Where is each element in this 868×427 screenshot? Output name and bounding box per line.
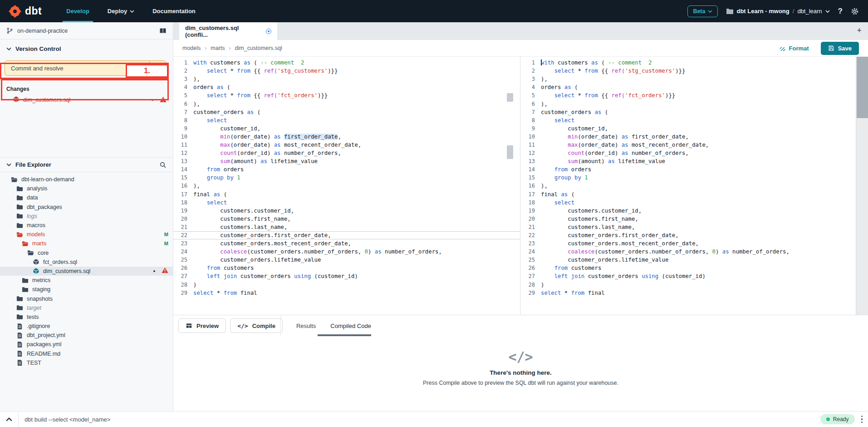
tree-item-metrics[interactable]: metrics xyxy=(0,276,173,285)
chevron-up-icon[interactable] xyxy=(6,417,12,422)
code-line[interactable]: 29select * from final xyxy=(173,289,520,297)
docs-book-icon[interactable] xyxy=(159,28,167,34)
code-line[interactable]: 23 customer_orders.most_recent_order_dat… xyxy=(521,239,856,248)
help-button[interactable]: ? xyxy=(838,7,843,16)
code-line[interactable]: 14 from orders xyxy=(173,165,520,174)
compile-button[interactable]: </> Compile xyxy=(230,318,283,333)
code-line[interactable]: 9 customer_id, xyxy=(521,124,856,133)
code-line[interactable]: 22 customer_orders.first_order_date, xyxy=(173,231,520,239)
tree-item-fct-orders-sql[interactable]: fct_orders.sql xyxy=(0,258,173,267)
right-pane-scrollbar[interactable] xyxy=(856,57,868,316)
code-line[interactable]: 17final as ( xyxy=(521,190,856,199)
file-explorer-header[interactable]: File Explorer xyxy=(0,157,173,172)
tree-item-models[interactable]: models M xyxy=(0,230,173,239)
code-line[interactable]: 26 from customers xyxy=(173,264,520,272)
code-line[interactable]: 10 min(order_date) as first_order_date, xyxy=(521,133,856,141)
code-line[interactable]: 7customer_orders as ( xyxy=(521,108,856,116)
code-line[interactable]: 26 from customers xyxy=(521,264,856,272)
code-line[interactable]: 28) xyxy=(521,281,856,289)
preview-button[interactable]: Preview xyxy=(178,318,226,333)
code-line[interactable]: 21 customers.last_name, xyxy=(521,223,856,231)
editor-pane-left[interactable]: 1with customers as ( -- comment 22 selec… xyxy=(173,57,520,316)
tree-item-logs[interactable]: logs xyxy=(0,212,173,221)
code-line[interactable]: 1with customers as ( -- comment 2 xyxy=(173,59,520,67)
code-line[interactable]: 11 max(order_date) as most_recent_order_… xyxy=(521,141,856,149)
tree-item-packages-yml[interactable]: packages.yml xyxy=(0,340,173,349)
format-button[interactable]: Format xyxy=(779,45,809,52)
code-line[interactable]: 19 customers.customer_id, xyxy=(173,207,520,215)
more-options-button[interactable] xyxy=(861,416,863,423)
code-line[interactable]: 6), xyxy=(521,99,856,108)
branch-row[interactable]: on-demand-practice xyxy=(0,22,173,40)
tree-item-test[interactable]: TEST xyxy=(0,358,173,367)
command-input[interactable]: dbt build --select <model_name> xyxy=(25,416,820,423)
code-line[interactable]: 13 sum(amount) as lifetime_value xyxy=(173,157,520,165)
nav-item-develop[interactable]: Develop xyxy=(57,0,98,22)
tree-item-readme-md[interactable]: README.md xyxy=(0,349,173,358)
tree-item-target[interactable]: target xyxy=(0,303,173,313)
tree-item-analysis[interactable]: analysis xyxy=(0,184,173,193)
project-selector[interactable]: dbt Learn - mwong / dbt_learn xyxy=(726,8,829,15)
code-line[interactable]: 15 group by 1 xyxy=(173,174,520,182)
commit-dropdown-caret[interactable] xyxy=(149,61,166,75)
code-line[interactable]: 20 customers.first_name, xyxy=(173,215,520,223)
code-line[interactable]: 29select * from final xyxy=(521,289,856,297)
code-line[interactable]: 25 customer_orders.lifetime_value xyxy=(521,256,856,264)
code-line[interactable]: 5 select * from {{ ref('fct_orders')}} xyxy=(521,91,856,99)
code-line[interactable]: 1with customers as ( -- comment 2 xyxy=(521,59,856,67)
nav-item-deploy[interactable]: Deploy xyxy=(98,0,143,22)
code-line[interactable]: 8 select xyxy=(521,116,856,124)
code-line[interactable]: 2 select * from {{ ref('stg_customers')}… xyxy=(521,67,856,75)
code-line[interactable]: 18 select xyxy=(521,199,856,207)
code-line[interactable]: 16), xyxy=(173,182,520,190)
code-line[interactable]: 14 from orders xyxy=(521,165,856,174)
gear-icon[interactable] xyxy=(851,7,859,15)
code-line[interactable]: 19 customers.customer_id, xyxy=(521,207,856,215)
code-line[interactable]: 7customer_orders as ( xyxy=(173,108,520,116)
tree-item-snapshots[interactable]: snapshots xyxy=(0,294,173,303)
tab-results[interactable]: Results xyxy=(296,321,316,331)
code-line[interactable]: 22 customer_orders.first_order_date, xyxy=(521,231,856,239)
tree-item-dbt-packages[interactable]: dbt_packages xyxy=(0,203,173,212)
changed-file-row[interactable]: dim_customers.sql xyxy=(0,95,173,105)
code-line[interactable]: 3), xyxy=(173,75,520,83)
left-pane-scrollbar-thumb[interactable] xyxy=(507,93,513,102)
nav-item-documentation[interactable]: Documentation xyxy=(143,0,205,22)
code-line[interactable]: 24 coalesce(customer_orders.number_of_or… xyxy=(173,248,520,256)
tree-item-marts[interactable]: marts M xyxy=(0,239,173,248)
code-line[interactable]: 16), xyxy=(521,182,856,190)
search-icon[interactable] xyxy=(159,161,167,169)
tree-item-tests[interactable]: tests xyxy=(0,313,173,322)
code-line[interactable]: 27 left join customer_orders using (cust… xyxy=(173,272,520,280)
new-tab-button[interactable]: + xyxy=(857,26,862,35)
code-line[interactable]: 5 select * from {{ ref('fct_orders')}} xyxy=(173,91,520,99)
commit-and-resolve-button[interactable]: Commit and resolve xyxy=(5,60,166,76)
code-line[interactable]: 6), xyxy=(173,99,520,108)
code-line[interactable]: 3), xyxy=(521,75,856,83)
tree-item-data[interactable]: data xyxy=(0,193,173,202)
beta-toggle-button[interactable]: Beta xyxy=(687,5,718,17)
code-line[interactable]: 10 min(order_date) as first_order_date, xyxy=(173,133,520,141)
code-line[interactable]: 11 max(order_date) as most_recent_order_… xyxy=(173,141,520,149)
code-line[interactable]: 23 customer_orders.most_recent_order_dat… xyxy=(173,239,520,248)
breadcrumb-item[interactable]: models xyxy=(182,45,201,51)
left-pane-scrollbar-marker[interactable] xyxy=(507,145,513,159)
code-line[interactable]: 13 sum(amount) as lifetime_value xyxy=(521,157,856,165)
tree-item-dbt-learn-on-demand[interactable]: dbt-learn-on-demand xyxy=(0,175,173,184)
tree-item-staging[interactable]: staging xyxy=(0,285,173,294)
code-line[interactable]: 18 select xyxy=(173,199,520,207)
tree-item-dbt-project-yml[interactable]: dbt_project.yml xyxy=(0,331,173,340)
code-line[interactable]: 21 customers.last_name, xyxy=(173,223,520,231)
tab-compiled-code[interactable]: Compiled Code xyxy=(330,321,371,331)
tree-item-dim-customers-sql[interactable]: dim_customers.sql xyxy=(0,267,173,276)
code-line[interactable]: 9 customer_id, xyxy=(173,124,520,133)
code-line[interactable]: 25 customer_orders.lifetime_value xyxy=(173,256,520,264)
right-pane-scrollbar-thumb[interactable] xyxy=(857,57,868,118)
tree-item-macros[interactable]: macros xyxy=(0,221,173,230)
code-line[interactable]: 2 select * from {{ ref('stg_customers')}… xyxy=(173,67,520,75)
tree-item-core[interactable]: core xyxy=(0,248,173,258)
code-line[interactable]: 12 count(order_id) as number_of_orders, xyxy=(173,149,520,157)
code-line[interactable]: 24 coalesce(customer_orders.number_of_or… xyxy=(521,248,856,256)
code-line[interactable]: 4orders as ( xyxy=(521,83,856,91)
breadcrumb-item[interactable]: dim_customers.sql xyxy=(235,45,282,51)
